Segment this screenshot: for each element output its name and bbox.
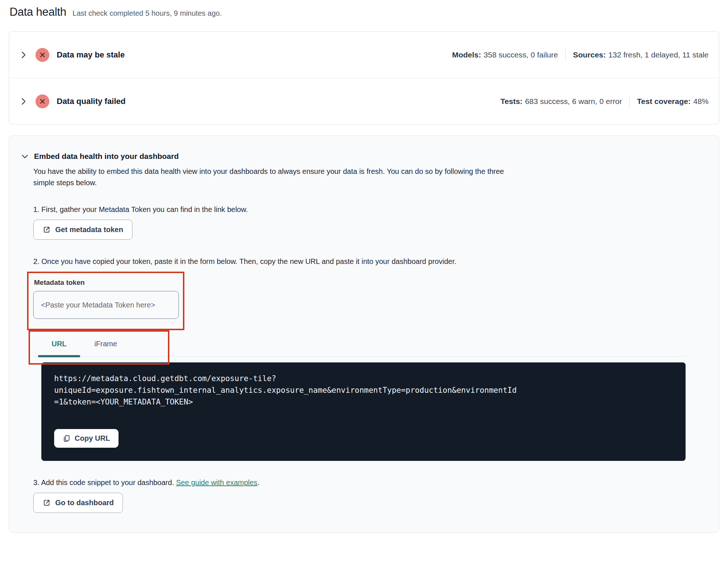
stat-value: 132 fresh, 1 delayed, 11 stale <box>608 51 709 59</box>
get-metadata-token-button[interactable]: Get metadata token <box>33 220 132 240</box>
stat-models: Models:358 success, 0 failure <box>452 51 558 59</box>
chevron-right-icon <box>19 97 28 106</box>
embed-description: You have the ability to embed this data … <box>33 166 527 189</box>
stat-divider <box>629 95 630 108</box>
stat-label: Models: <box>452 51 481 59</box>
external-link-icon <box>42 499 51 507</box>
embed-url-code-block: https://metadata.cloud.getdbt.com/exposu… <box>41 362 686 461</box>
copy-icon <box>63 435 71 443</box>
status-row-quality: Data quality failed Tests:683 success, 6… <box>9 78 719 124</box>
stat-value: 358 success, 0 failure <box>484 51 558 59</box>
tab-bar: URL iFrame <box>33 334 686 357</box>
status-row-stale: Data may be stale Models:358 success, 0 … <box>9 32 719 78</box>
stat-label: Sources: <box>573 51 606 59</box>
stat-label: Tests: <box>500 97 522 105</box>
expand-row-button[interactable] <box>17 95 30 108</box>
go-to-dashboard-label: Go to dashboard <box>55 499 114 507</box>
chevron-down-icon <box>20 152 29 161</box>
status-card: Data may be stale Models:358 success, 0 … <box>9 31 719 124</box>
stat-value: 683 success, 6 warn, 0 error <box>525 97 622 105</box>
page-header: Data health Last check completed 5 hours… <box>9 4 719 20</box>
external-link-icon <box>42 225 51 234</box>
chevron-right-icon <box>19 50 28 60</box>
embed-url-line: uniqueId=exposure.fishtown_internal_anal… <box>54 384 671 396</box>
embed-url-line: https://metadata.cloud.getdbt.com/exposu… <box>54 373 671 384</box>
embed-section-body: You have the ability to embed this data … <box>33 166 686 513</box>
see-guide-link[interactable]: See guide with examples <box>176 478 257 487</box>
step3-text-after: . <box>258 478 260 487</box>
expand-row-button[interactable] <box>17 49 30 61</box>
step1-text: 1. First, gather your Metadata Token you… <box>33 205 686 214</box>
step3-text: 3. Add this code snippet to your dashboa… <box>33 478 686 487</box>
embed-section-header[interactable]: Embed data health into your dashboard <box>20 152 719 161</box>
tab-iframe[interactable]: iFrame <box>84 334 128 356</box>
last-check-status: Last check completed 5 hours, 9 minutes … <box>72 9 222 18</box>
error-x-icon <box>35 94 49 108</box>
embed-url-line: =1&token=<YOUR_METADATA_TOKEN> <box>54 396 671 408</box>
step3-text-before: 3. Add this code snippet to your dashboa… <box>33 478 176 487</box>
status-row-stats: Tests:683 success, 6 warn, 0 error Test … <box>500 95 709 108</box>
embed-section-title: Embed data health into your dashboard <box>34 152 179 161</box>
error-x-icon <box>35 48 49 62</box>
copy-url-label: Copy URL <box>75 434 110 443</box>
stat-sources: Sources:132 fresh, 1 delayed, 11 stale <box>573 51 709 59</box>
embed-section: Embed data health into your dashboard Yo… <box>9 135 719 533</box>
copy-url-button[interactable]: Copy URL <box>54 429 119 448</box>
stat-value: 48% <box>693 97 709 105</box>
tab-url[interactable]: URL <box>38 334 80 356</box>
data-health-page: Data health Last check completed 5 hours… <box>0 0 728 533</box>
status-row-title: Data quality failed <box>57 97 125 106</box>
metadata-token-input[interactable] <box>33 291 179 319</box>
stat-test-coverage: Test coverage:48% <box>637 97 709 106</box>
stat-tests: Tests:683 success, 6 warn, 0 error <box>500 97 622 106</box>
get-metadata-token-label: Get metadata token <box>55 225 123 234</box>
status-row-stats: Models:358 success, 0 failure Sources:13… <box>452 49 709 61</box>
metadata-token-highlight-box: Metadata token <box>27 272 184 330</box>
status-row-title: Data may be stale <box>57 50 125 60</box>
go-to-dashboard-button[interactable]: Go to dashboard <box>33 493 123 513</box>
stat-label: Test coverage: <box>637 97 691 105</box>
metadata-token-label: Metadata token <box>33 279 178 287</box>
step2-text: 2. Once you have copied your token, past… <box>33 257 686 266</box>
output-format-tabs: URL iFrame <box>33 334 686 357</box>
stat-divider <box>565 49 566 61</box>
page-title: Data health <box>10 4 66 20</box>
